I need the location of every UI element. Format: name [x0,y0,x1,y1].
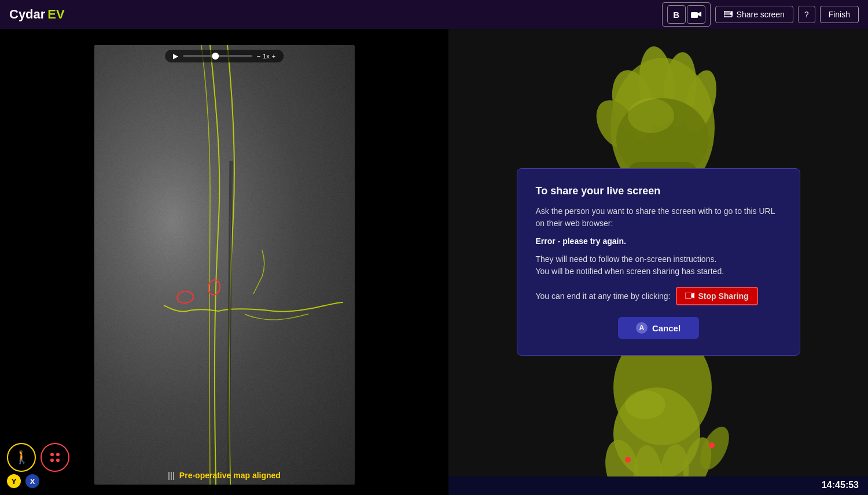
svg-point-7 [50,459,54,462]
b-button[interactable]: B [667,5,686,24]
camera-icon [691,10,701,19]
pause-icon: ||| [168,471,175,480]
camera-button[interactable] [687,5,705,24]
right-bottom-bar: 14:45:53 [448,476,868,495]
share-screen-modal: To share your live screen Ask the person… [517,168,800,356]
b-camera-group: B [662,2,711,27]
cancel-a-icon: A [636,322,648,334]
svg-point-6 [56,453,60,456]
stop-sharing-button[interactable]: Stop Sharing [676,287,757,305]
logo-ev: EV [47,7,64,22]
header-controls: B Share screen ? Finish [662,2,859,27]
svg-rect-3 [724,11,730,15]
video-controls: ▶ − 1x + [165,50,284,62]
dots-icon-button[interactable] [41,443,69,472]
bottom-left-icons: 🚶 Y X [7,443,69,488]
svg-point-8 [56,459,60,462]
share-screen-button[interactable]: Share screen [715,6,793,23]
fluoro-container: ▶ − 1x + [94,45,355,485]
svg-point-27 [625,457,631,463]
svg-marker-4 [730,12,733,16]
right-panel: To share your live screen Ask the person… [448,29,868,495]
stop-sharing-icon [685,293,694,300]
progress-bar[interactable] [183,55,252,57]
fluoro-label-text: Pre-operative map aligned [179,471,281,480]
speed-value: 1x [263,53,270,60]
share-screen-label: Share screen [737,10,785,19]
app-logo: Cydar EV [9,7,65,22]
svg-rect-31 [685,293,692,298]
speed-minus[interactable]: − [257,53,260,60]
svg-rect-0 [691,12,698,18]
screen-share-icon [724,11,733,18]
finish-button[interactable]: Finish [820,6,859,23]
cancel-button[interactable]: A Cancel [618,317,699,339]
svg-point-29 [628,98,674,133]
stop-sharing-label: Stop Sharing [698,291,748,301]
x-label: X [25,474,39,488]
y-label: Y [7,474,21,488]
modal-end-text: You can end it at any time by clicking: [536,291,671,301]
speed-control: − 1x + [257,53,276,60]
help-button[interactable]: ? [798,6,815,23]
cancel-label: Cancel [652,323,681,333]
modal-instruction: They will need to follow the on-screen i… [536,253,781,278]
speed-plus[interactable]: + [272,53,275,60]
header: Cydar EV B Share screen ? Finish [0,0,868,29]
svg-point-30 [625,390,665,419]
svg-marker-32 [692,293,694,298]
left-panel: ▶ − 1x + [0,29,448,495]
modal-end-row: You can end it at any time by clicking: … [536,287,781,305]
svg-marker-1 [698,12,701,17]
dots-svg [48,450,62,464]
fluoro-label: ||| Pre-operative map aligned [168,471,281,480]
modal-description: Ask the person you want to share the scr… [536,205,781,230]
svg-point-5 [50,453,54,456]
play-button[interactable]: ▶ [173,52,178,60]
progress-thumb [212,53,219,60]
modal-title: To share your live screen [536,185,781,197]
icon-row-labels: Y X [7,474,39,488]
icon-row-main: 🚶 [7,443,69,472]
timestamp: 14:45:53 [822,480,859,490]
modal-error: Error - please try again. [536,235,781,248]
logo-cydar: Cydar [9,7,45,22]
svg-point-28 [709,442,715,448]
xray-canvas [94,45,355,485]
person-icon-button[interactable]: 🚶 [7,443,36,472]
